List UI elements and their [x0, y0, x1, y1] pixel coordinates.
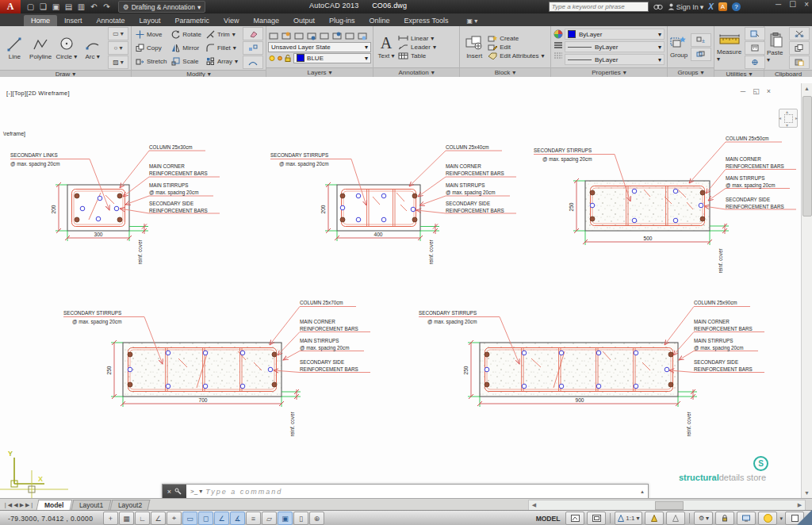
rectangle-tool[interactable]: ▭▾ — [108, 27, 128, 40]
copy-clip-tool[interactable] — [789, 41, 810, 55]
offset-tool[interactable] — [243, 56, 263, 69]
next-layout-icon[interactable]: ▶ — [20, 502, 24, 508]
tab-express-tools[interactable]: Express Tools — [397, 15, 456, 26]
fillet-tool[interactable]: Fillet ▾ — [206, 44, 238, 52]
search-input[interactable] — [549, 2, 649, 12]
coordinates-readout[interactable]: -79.3000, 7.0412 , 0.0000 — [8, 515, 97, 523]
tab-insert[interactable]: Insert — [57, 15, 90, 26]
autocad-logo-icon[interactable]: A — [0, 0, 21, 13]
id-point-tool[interactable] — [745, 56, 765, 69]
paste-special-tool[interactable] — [789, 56, 810, 69]
paste-tool[interactable]: Paste ▾ — [767, 33, 786, 63]
polar-toggle[interactable]: ∠ — [151, 512, 166, 525]
autoscale-button[interactable] — [666, 512, 685, 525]
last-layout-icon[interactable]: ▶❘ — [25, 502, 34, 508]
quick-select-tool[interactable] — [745, 27, 765, 40]
command-input[interactable]: >_ ▾ Type a command — [186, 485, 637, 498]
autodesk-360-icon[interactable]: A — [718, 2, 727, 11]
osnap-3d-toggle[interactable]: ▭ — [182, 512, 197, 525]
group-tool[interactable]: Group — [670, 35, 688, 59]
save-as-icon[interactable]: ▤ — [63, 2, 74, 11]
ellipse-tool[interactable]: ○▾ — [108, 41, 128, 55]
dyn-toggle[interactable]: ≡ — [246, 512, 261, 525]
linetype-dropdown[interactable]: ByLayer▾ — [565, 54, 665, 65]
open-file-icon[interactable]: ❏ — [38, 2, 48, 11]
model-space-button[interactable]: MODEL — [533, 515, 564, 523]
color-wheel-icon[interactable] — [553, 29, 563, 39]
arc-tool[interactable]: Arc ▾ — [80, 36, 105, 60]
drawing-viewport[interactable]: [-][Top][2D Wireframe] \reframe] ─ ◱ × ▴… — [0, 77, 812, 498]
panel-label-properties[interactable]: Properties▾ — [551, 67, 667, 77]
redo-icon[interactable]: ↷ — [102, 2, 112, 11]
otrack-toggle[interactable]: ∠ — [214, 512, 229, 525]
insert-block-tool[interactable]: Insert — [462, 34, 486, 59]
measure-tool[interactable]: Measure ▾ — [717, 33, 741, 63]
trim-tool[interactable]: Trim ▾ — [206, 30, 238, 39]
tab-manage[interactable]: Manage — [246, 15, 286, 26]
group-edit-tool[interactable] — [691, 48, 711, 61]
ribbon-minimize-icon[interactable]: ▣ ▾ — [466, 17, 477, 26]
status-menu-icon[interactable]: ▾ — [779, 515, 783, 522]
move-tool[interactable]: Move — [136, 30, 167, 39]
tab-annotate[interactable]: Annotate — [90, 15, 132, 26]
tab-layout1[interactable]: Layout1 — [71, 500, 111, 510]
edit-block-tool[interactable]: Edit — [488, 44, 544, 51]
stretch-tool[interactable]: Stretch — [136, 57, 167, 66]
transparency-toggle[interactable]: ▣ — [278, 512, 293, 525]
layer-tools-icons[interactable] — [268, 31, 371, 41]
sign-in-button[interactable]: Sign In ▾ — [668, 3, 704, 11]
panel-label-layers[interactable]: Layers▾ — [266, 67, 373, 77]
scroll-up-icon[interactable]: ▲ — [802, 83, 812, 94]
tab-model[interactable]: Model — [36, 500, 72, 510]
chevron-down-icon[interactable]: ▾ — [74, 53, 77, 60]
ungroup-tool[interactable]: ± — [691, 33, 711, 47]
close-button[interactable]: × — [804, 0, 809, 9]
grid-toggle[interactable]: ▦ — [119, 512, 134, 525]
panel-label-annotation[interactable]: Annotation▾ — [373, 67, 459, 77]
tab-parametric[interactable]: Parametric — [168, 15, 217, 26]
maximize-button[interactable]: ☐ — [789, 0, 796, 9]
tab-plugins[interactable]: Plug-ins — [322, 15, 362, 26]
command-close-icon[interactable]: × — [167, 488, 171, 496]
quick-calc-tool[interactable] — [745, 41, 765, 55]
color-dropdown[interactable]: ByLayer▾ — [565, 29, 665, 40]
erase-tool[interactable] — [243, 27, 263, 40]
tab-layout2[interactable]: Layout2 — [110, 500, 151, 510]
save-icon[interactable]: ▣ — [51, 2, 61, 11]
object-snap-toggle[interactable]: ◻ — [198, 512, 213, 525]
osnap-toggle[interactable]: ⌖ — [167, 512, 182, 525]
workspace-switcher[interactable]: ⚙ Drafting & Annotation ▾ — [118, 1, 205, 13]
layout-icon[interactable] — [587, 512, 606, 525]
plot-icon[interactable]: ▥ — [76, 2, 86, 11]
tab-online[interactable]: Online — [362, 15, 397, 26]
undo-icon[interactable]: ↶ — [89, 2, 99, 11]
exchange-apps-icon[interactable]: X — [708, 2, 714, 11]
horizontal-scroll-thumb[interactable] — [655, 501, 684, 510]
layer-dropdown[interactable]: BLUE ▾ — [293, 53, 371, 63]
scroll-down-icon[interactable]: ▼ — [802, 488, 812, 498]
lineweight-dropdown[interactable]: ByLayer▾ — [565, 41, 665, 52]
isolate-objects-button[interactable] — [758, 512, 777, 525]
tab-view[interactable]: View — [216, 15, 246, 26]
command-line-handle[interactable]: × — [163, 485, 186, 498]
linear-dimension-tool[interactable]: Linear ▾ — [398, 35, 436, 42]
tab-layout[interactable]: Layout — [132, 15, 168, 26]
text-tool[interactable]: A Text ▾ — [376, 34, 396, 59]
vertical-scroll-thumb[interactable] — [802, 96, 812, 217]
chevron-down-icon[interactable]: ▾ — [97, 53, 100, 60]
tab-home[interactable]: Home — [24, 15, 57, 26]
minimize-button[interactable]: ─ — [776, 0, 781, 9]
annotation-scale-button[interactable]: 1:1▾ — [615, 512, 642, 525]
explode-tool[interactable] — [243, 41, 263, 55]
model-icon[interactable] — [565, 512, 584, 525]
annotation-visibility-button[interactable] — [645, 512, 664, 525]
selection-cycling-toggle[interactable]: ⊕ — [309, 512, 324, 525]
polyline-tool[interactable]: Polyline — [29, 36, 53, 60]
help-icon[interactable]: ? — [732, 2, 741, 11]
array-tool[interactable]: Array ▾ — [206, 57, 238, 66]
line-tool[interactable]: Line — [2, 36, 27, 60]
lineweight-icon[interactable] — [553, 41, 563, 49]
leader-tool[interactable]: Leader ▾ — [398, 44, 436, 51]
snap-toggle[interactable]: + — [103, 512, 118, 525]
panel-label-groups[interactable]: Groups▾ — [668, 67, 714, 77]
